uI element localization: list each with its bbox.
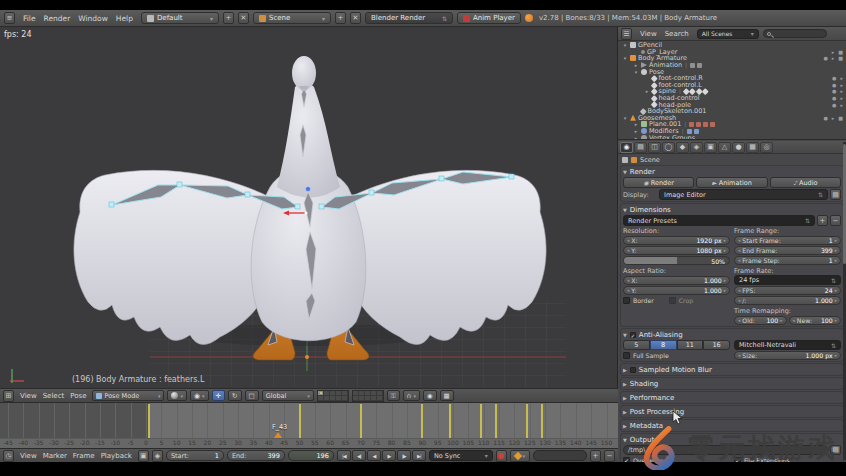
- render-audio-button[interactable]: ♪Audio: [770, 177, 841, 188]
- frame-step-field[interactable]: Frame Step:1: [734, 256, 841, 265]
- lock-time-toggle[interactable]: ◈: [152, 450, 163, 462]
- panel-header-render[interactable]: Render: [623, 167, 841, 176]
- cursor-icon[interactable]: ▸: [840, 82, 843, 88]
- cursor-icon[interactable]: ▸: [840, 102, 843, 108]
- resolution-x-field[interactable]: X:1920 px: [623, 236, 730, 245]
- eye-icon[interactable]: ●: [823, 115, 827, 121]
- remap-new-field[interactable]: New:100: [789, 316, 842, 325]
- timeline-editor-icon[interactable]: ◷: [3, 450, 14, 462]
- render-animation-button[interactable]: ►Animation: [696, 177, 767, 188]
- camera-icon[interactable]: ■: [838, 115, 843, 121]
- aa-sample-5-button[interactable]: 5: [623, 340, 650, 350]
- play-reverse-button[interactable]: ◀: [367, 450, 381, 461]
- jump-start-button[interactable]: |◀: [337, 450, 351, 461]
- eye-icon[interactable]: ●: [832, 75, 836, 81]
- outliner-row[interactable]: ▸spine|●▸: [618, 88, 846, 95]
- bone-icon[interactable]: [702, 88, 708, 94]
- keyframe-line[interactable]: [480, 404, 482, 438]
- eye-icon[interactable]: ●: [832, 95, 836, 101]
- expand-icon[interactable]: ▸: [633, 121, 639, 127]
- tab-data[interactable]: △: [718, 142, 731, 153]
- viewport-shading-dropdown[interactable]: ▾: [167, 390, 187, 401]
- anim-player-button[interactable]: Anim Player: [457, 12, 521, 24]
- add-scene-button[interactable]: +: [335, 12, 346, 24]
- tab-material[interactable]: ●: [732, 142, 745, 153]
- keyframe-line[interactable]: [360, 404, 362, 438]
- keyframe-line[interactable]: [299, 404, 301, 438]
- border-checkbox[interactable]: [623, 297, 630, 304]
- cursor-icon[interactable]: ▸: [832, 55, 835, 61]
- tab-constraints[interactable]: ◈: [690, 142, 703, 153]
- outliner-editor-icon[interactable]: ☰: [621, 28, 632, 40]
- panel-header-dimensions[interactable]: Dimensions: [623, 205, 841, 214]
- viewport-menu-view[interactable]: View: [17, 392, 40, 400]
- insert-keyframe-button[interactable]: +: [590, 450, 601, 462]
- record-button[interactable]: [496, 450, 507, 462]
- layer-grid-0[interactable]: [317, 390, 349, 402]
- resolution-y-field[interactable]: Y:1080 px: [623, 246, 730, 255]
- display-extra-button[interactable]: ▤: [830, 189, 841, 200]
- collapse-icon[interactable]: ▾: [622, 42, 628, 48]
- expand-icon[interactable]: ▸: [633, 62, 639, 68]
- antialiasing-checkbox[interactable]: [630, 332, 636, 338]
- collapse-icon[interactable]: ▾: [633, 69, 639, 75]
- add-preset-button[interactable]: +: [817, 215, 828, 226]
- panel-header-antialiasing[interactable]: Anti-Aliasing: [623, 330, 841, 339]
- remap-old-field[interactable]: Old:100: [734, 316, 787, 325]
- delete-keyframe-button[interactable]: −: [604, 450, 615, 462]
- aspect-y-field[interactable]: Y:1.000: [623, 286, 730, 295]
- pin-icon[interactable]: [622, 157, 628, 163]
- aa-size-field[interactable]: Size:1.000 px: [734, 351, 841, 360]
- panel-checkbox[interactable]: [630, 367, 636, 373]
- tab-render[interactable]: ◉: [620, 142, 633, 153]
- cursor-icon[interactable]: ▸: [832, 49, 835, 55]
- tab-physics[interactable]: ◎: [760, 142, 773, 153]
- panel-header[interactable]: Performance: [623, 393, 841, 402]
- menu-window[interactable]: Window: [74, 14, 112, 23]
- layer-dot[interactable]: [377, 396, 383, 401]
- menu-render[interactable]: Render: [40, 14, 75, 23]
- full-sample-checkbox[interactable]: [623, 352, 630, 359]
- start-frame-field[interactable]: Start:1: [166, 450, 224, 461]
- sync-dropdown[interactable]: No Sync▾: [429, 450, 493, 461]
- aspect-x-field[interactable]: X:1.000: [623, 276, 730, 285]
- action-icon[interactable]: [690, 63, 695, 68]
- marker-icon[interactable]: [274, 432, 282, 438]
- outliner-menu-view[interactable]: View: [636, 30, 661, 38]
- keyframe-line[interactable]: [495, 404, 497, 438]
- panel-header[interactable]: Shading: [623, 379, 841, 388]
- uv-icon[interactable]: [710, 122, 715, 127]
- uv-icon[interactable]: [689, 122, 694, 127]
- cursor-icon[interactable]: ▸: [840, 95, 843, 101]
- add-layout-button[interactable]: +: [223, 12, 234, 24]
- render-engine-dropdown[interactable]: Blender Render ⇅: [365, 12, 453, 24]
- timeline-menu-frame[interactable]: Frame: [70, 452, 98, 460]
- nla-icon[interactable]: [697, 63, 702, 68]
- cursor-icon[interactable]: ▸: [840, 88, 843, 94]
- keyframe-line[interactable]: [541, 404, 543, 438]
- scene-dropdown[interactable]: Scene ▾: [253, 12, 331, 24]
- viewport-editor-icon[interactable]: ⊞: [3, 390, 14, 402]
- timeline-menu-view[interactable]: View: [17, 452, 40, 460]
- eye-icon[interactable]: ●: [832, 82, 836, 88]
- camera-icon[interactable]: ■: [838, 55, 843, 61]
- menu-file[interactable]: File: [19, 14, 40, 23]
- remove-preset-button[interactable]: −: [830, 215, 841, 226]
- outliner-menu-search[interactable]: Search: [661, 30, 693, 38]
- mode-dropdown[interactable]: Pose Mode ▾: [92, 390, 164, 401]
- display-filter-dropdown[interactable]: All Scenes▾: [697, 29, 759, 39]
- orientation-dropdown[interactable]: Global▾: [262, 390, 314, 401]
- end-frame-field[interactable]: End:399: [227, 450, 285, 461]
- fps-preset-dropdown[interactable]: 24 fps⇅: [734, 275, 841, 285]
- delete-layout-button[interactable]: ✕: [238, 12, 249, 24]
- render-presets-dropdown[interactable]: Render Presets⇅: [623, 215, 815, 226]
- outliner-row[interactable]: head-control●▸: [618, 95, 846, 102]
- keyframe-line[interactable]: [421, 404, 423, 438]
- tab-world[interactable]: ◯: [662, 142, 675, 153]
- outliner-row[interactable]: foot-control.R●▸: [618, 75, 846, 82]
- info-editor-icon[interactable]: ≡: [4, 12, 15, 24]
- aa-sample-16-button[interactable]: 16: [703, 340, 730, 350]
- fps-base-field[interactable]: /:1.000: [734, 296, 841, 305]
- aa-sample-11-button[interactable]: 11: [677, 340, 704, 350]
- panel-header[interactable]: Sampled Motion Blur: [623, 365, 841, 374]
